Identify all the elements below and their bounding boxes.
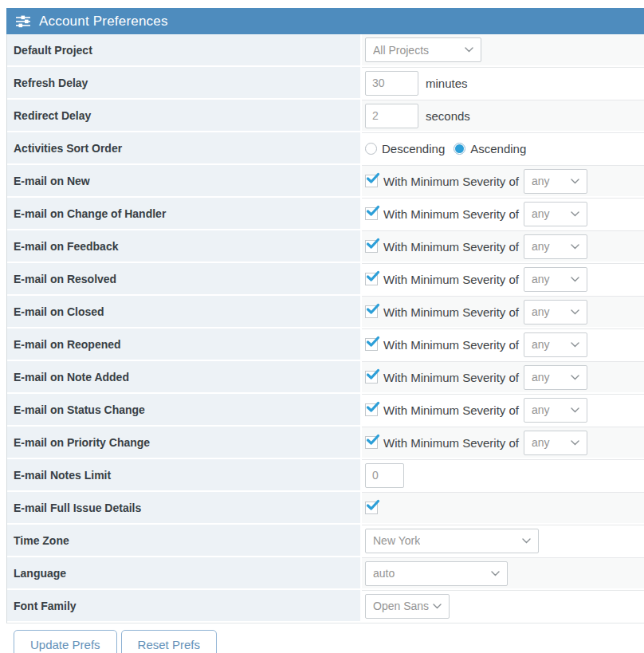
page-title: Account Preferences: [39, 14, 168, 30]
email-severity-checkbox[interactable]: [365, 175, 378, 187]
email-severity-checkbox[interactable]: [365, 403, 378, 416]
radio-dot: [455, 144, 464, 153]
minimum-severity-label: With Minimum Severity of: [383, 207, 519, 221]
email-severity-checkbox[interactable]: [365, 436, 378, 449]
account-preferences-page: Account Preferences Default ProjectAll P…: [0, 0, 644, 653]
radio-circle-icon: [454, 143, 465, 155]
minimum-severity-select[interactable]: any: [524, 365, 587, 390]
table-row: E-mail on NewWith Minimum Severity ofany: [7, 165, 644, 198]
table-row: E-mail on ResolvedWith Minimum Severity …: [7, 263, 644, 296]
redirect-delay-input[interactable]: [365, 104, 418, 128]
table-row: Time ZoneNew York: [7, 525, 644, 557]
chevron-down-icon: [522, 538, 531, 544]
refresh-delay-input[interactable]: [365, 71, 418, 96]
check-icon: [366, 205, 379, 217]
row-label: E-mail Notes Limit: [7, 459, 362, 492]
row-value: With Minimum Severity ofany: [362, 198, 644, 230]
default-project-select[interactable]: All Projects: [365, 37, 481, 62]
chevron-down-icon: [571, 407, 579, 413]
input-unit-label: seconds: [426, 109, 470, 123]
row-value: New York: [362, 525, 644, 557]
row-value: Open Sans: [362, 590, 644, 623]
select-value: All Projects: [373, 44, 429, 57]
table-row: Default ProjectAll Projects: [7, 34, 644, 67]
minimum-severity-select[interactable]: any: [524, 202, 587, 226]
row-value: With Minimum Severity ofany: [362, 263, 644, 296]
email-notes-limit-input[interactable]: [365, 463, 404, 488]
row-value: With Minimum Severity ofany: [362, 230, 644, 263]
font-family-select[interactable]: Open Sans: [365, 594, 450, 619]
select-value: auto: [373, 567, 395, 580]
email-severity-checkbox[interactable]: [365, 371, 378, 384]
minimum-severity-select[interactable]: any: [524, 431, 587, 455]
email-severity-checkbox[interactable]: [365, 240, 378, 253]
minimum-severity-select[interactable]: any: [524, 300, 587, 325]
chevron-down-icon: [465, 47, 473, 53]
row-label: Default Project: [7, 34, 362, 67]
select-value: any: [532, 207, 550, 220]
select-value: any: [532, 273, 550, 285]
row-label: E-mail on New: [7, 165, 362, 198]
minimum-severity-label: With Minimum Severity of: [383, 403, 519, 417]
table-row: E-mail on ReopenedWith Minimum Severity …: [7, 328, 644, 361]
chevron-down-icon: [433, 604, 442, 609]
row-label: E-mail on Note Added: [7, 361, 362, 394]
email-full-issue-details-checkbox[interactable]: [365, 502, 378, 514]
input-unit-label: minutes: [426, 77, 468, 90]
check-icon: [366, 499, 379, 511]
minimum-severity-select[interactable]: any: [524, 169, 587, 194]
row-value: DescendingAscending: [362, 132, 644, 165]
email-severity-checkbox[interactable]: [365, 207, 378, 220]
row-label: E-mail on Resolved: [7, 263, 362, 296]
table-row: E-mail Full Issue Details: [7, 492, 644, 525]
row-value: With Minimum Severity ofany: [362, 296, 644, 328]
row-value: minutes: [362, 67, 644, 100]
radio-descending[interactable]: Descending: [365, 142, 445, 155]
row-label: Language: [7, 557, 362, 590]
row-value: seconds: [362, 100, 644, 132]
row-label: Activities Sort Order: [7, 132, 362, 165]
select-value: any: [532, 403, 550, 416]
email-severity-checkbox[interactable]: [365, 273, 378, 285]
table-row: Redirect Delayseconds: [7, 100, 644, 132]
widget-header: Account Preferences: [6, 8, 644, 34]
minimum-severity-select[interactable]: any: [524, 332, 587, 357]
select-value: any: [532, 338, 550, 351]
preferences-widget: Account Preferences Default ProjectAll P…: [6, 8, 644, 623]
table-row: Refresh Delayminutes: [7, 67, 644, 100]
minimum-severity-select[interactable]: any: [524, 234, 587, 259]
select-value: Open Sans: [373, 600, 429, 612]
radio-ascending[interactable]: Ascending: [454, 142, 526, 155]
minimum-severity-label: With Minimum Severity of: [383, 305, 519, 319]
row-value: All Projects: [362, 34, 644, 67]
language-select[interactable]: auto: [365, 561, 508, 586]
update-prefs-button[interactable]: Update Prefs: [14, 630, 117, 653]
table-row: E-mail Notes Limit: [7, 459, 644, 492]
minimum-severity-label: With Minimum Severity of: [383, 175, 519, 188]
minimum-severity-select[interactable]: any: [524, 267, 587, 292]
chevron-down-icon: [571, 211, 579, 217]
row-label: E-mail on Closed: [7, 296, 362, 328]
minimum-severity-select[interactable]: any: [524, 398, 587, 423]
timezone-select[interactable]: New York: [365, 529, 539, 553]
select-value: any: [532, 175, 550, 187]
radio-circle-icon: [365, 143, 377, 155]
check-icon: [366, 401, 379, 413]
email-severity-checkbox[interactable]: [365, 338, 378, 351]
table-row: E-mail on Priority ChangeWith Minimum Se…: [7, 427, 644, 459]
check-icon: [366, 172, 379, 184]
sliders-icon: [16, 15, 31, 28]
preferences-table: Default ProjectAll ProjectsRefresh Delay…: [6, 34, 644, 623]
reset-prefs-button[interactable]: Reset Prefs: [121, 630, 217, 653]
minimum-severity-label: With Minimum Severity of: [383, 371, 519, 384]
row-value: With Minimum Severity ofany: [362, 361, 644, 394]
row-value: [362, 492, 644, 525]
email-severity-checkbox[interactable]: [365, 305, 378, 318]
table-row: E-mail on Change of HandlerWith Minimum …: [7, 198, 644, 230]
chevron-down-icon: [571, 375, 579, 380]
chevron-down-icon: [491, 571, 500, 576]
row-value: With Minimum Severity ofany: [362, 427, 644, 459]
chevron-down-icon: [571, 244, 579, 250]
chevron-down-icon: [571, 342, 579, 348]
row-value: With Minimum Severity ofany: [362, 165, 644, 198]
